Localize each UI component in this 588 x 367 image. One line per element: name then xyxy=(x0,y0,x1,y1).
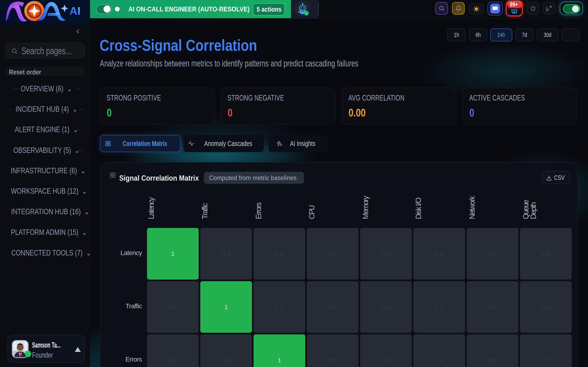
svg-text:AI: AI xyxy=(69,5,80,17)
